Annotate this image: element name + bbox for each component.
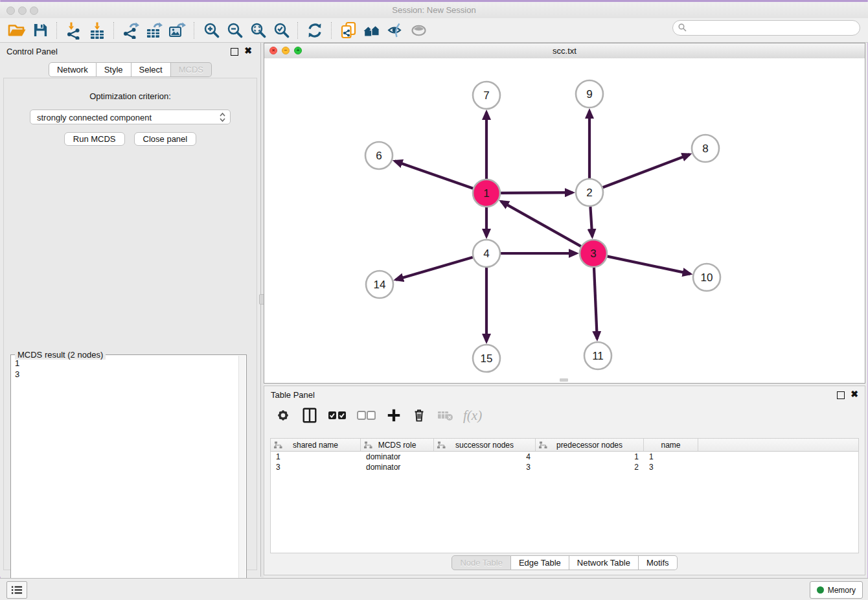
memory-button[interactable]: Memory xyxy=(810,581,863,599)
edge-3-10[interactable] xyxy=(608,257,691,274)
column-header-MCDS-role[interactable]: MCDS role xyxy=(361,439,434,451)
table-panel: Table Panel ✖ f(x) shared nameMCDS roles… xyxy=(264,386,865,575)
delete-row-icon[interactable] xyxy=(411,406,427,425)
svg-text:4: 4 xyxy=(483,248,489,260)
edge-4-14[interactable] xyxy=(396,257,473,280)
tab-network[interactable]: Network xyxy=(49,62,97,77)
control-panel-title: Control Panel xyxy=(6,47,58,56)
mcds-panel: Optimization criterion: strongly connect… xyxy=(3,78,257,570)
tab-style[interactable]: Style xyxy=(97,62,131,77)
zoom-out-icon[interactable] xyxy=(223,21,246,40)
cell[interactable]: 4 xyxy=(434,452,536,462)
svg-text:10: 10 xyxy=(701,271,713,284)
cell[interactable]: 2 xyxy=(536,462,644,472)
node-14[interactable]: 14 xyxy=(366,271,393,298)
cell[interactable]: 1 xyxy=(644,452,698,462)
float-table-panel-icon[interactable] xyxy=(837,391,845,399)
toolbar-separator xyxy=(194,22,195,39)
node-table[interactable]: shared nameMCDS rolesuccessor nodesprede… xyxy=(270,438,859,553)
cell[interactable]: dominator xyxy=(361,462,434,472)
select-all-icon[interactable] xyxy=(328,406,347,425)
cell[interactable]: 3 xyxy=(434,462,536,472)
tab-network-table[interactable]: Network Table xyxy=(569,555,639,570)
column-header-shared-name[interactable]: shared name xyxy=(271,439,361,451)
first-neighbors-icon[interactable] xyxy=(360,21,383,40)
optimization-criterion-label: Optimization criterion: xyxy=(4,91,257,101)
edge-3-11[interactable] xyxy=(594,268,597,339)
toolbar-separator xyxy=(331,22,332,39)
tab-mcds[interactable]: MCDS xyxy=(171,62,212,77)
control-panel-tabs: NetworkStyleSelectMCDS xyxy=(0,62,260,77)
save-session-icon[interactable] xyxy=(29,21,52,40)
edge-2-3[interactable] xyxy=(590,207,592,237)
table-options-icon[interactable] xyxy=(275,406,291,425)
node-7[interactable]: 7 xyxy=(473,82,500,109)
table-header: shared nameMCDS rolesuccessor nodesprede… xyxy=(271,439,858,452)
svg-text:3: 3 xyxy=(590,248,596,260)
table-row[interactable]: 1dominator411 xyxy=(271,452,858,462)
deselect-all-icon[interactable] xyxy=(357,406,376,425)
cell[interactable]: dominator xyxy=(361,452,434,462)
search-input[interactable] xyxy=(672,20,860,36)
close-table-panel-icon[interactable]: ✖ xyxy=(851,389,858,398)
node-9[interactable]: 9 xyxy=(576,80,603,108)
tab-node-table[interactable]: Node Table xyxy=(451,555,511,570)
zoom-selected-icon[interactable] xyxy=(269,21,293,40)
chevron-up-down-icon xyxy=(220,112,225,127)
cell[interactable]: 1 xyxy=(536,452,644,462)
float-panel-icon[interactable] xyxy=(231,48,238,56)
criterion-dropdown[interactable]: strongly connected component xyxy=(30,110,231,124)
edge-3-1[interactable] xyxy=(501,202,581,246)
table-row[interactable]: 3dominator323 xyxy=(271,462,858,472)
show-column-icon[interactable] xyxy=(301,406,318,425)
tab-motifs[interactable]: Motifs xyxy=(639,555,678,570)
node-8[interactable]: 8 xyxy=(692,135,719,162)
table-rows: 1dominator4113dominator323 xyxy=(271,452,858,472)
edge-1-2[interactable] xyxy=(501,192,573,193)
open-file-icon[interactable] xyxy=(5,21,29,40)
node-2[interactable]: 2 xyxy=(576,179,603,206)
network-window-grip[interactable] xyxy=(560,378,568,382)
apply-layout-icon[interactable] xyxy=(303,21,326,40)
network-view-window: × − + scc.txt 7968124314101511 xyxy=(264,43,865,384)
toolbar-separator xyxy=(113,22,115,39)
tab-select[interactable]: Select xyxy=(131,62,171,77)
export-table-icon[interactable] xyxy=(143,21,166,40)
column-header-successor-nodes[interactable]: successor nodes xyxy=(434,439,536,451)
node-1[interactable]: 1 xyxy=(473,179,500,207)
svg-text:2: 2 xyxy=(586,187,592,199)
export-network-icon[interactable] xyxy=(119,21,143,40)
import-table-icon[interactable] xyxy=(86,21,109,40)
tab-edge-table[interactable]: Edge Table xyxy=(511,555,569,570)
main-toolbar xyxy=(0,18,868,43)
search-icon xyxy=(678,23,687,32)
close-panel-button[interactable]: Close panel xyxy=(134,132,197,146)
add-row-icon[interactable] xyxy=(386,406,402,425)
node-3[interactable]: 3 xyxy=(580,240,607,267)
close-panel-icon[interactable]: ✖ xyxy=(244,46,252,55)
node-4[interactable]: 4 xyxy=(473,240,500,267)
column-header-predecessor-nodes[interactable]: predecessor nodes xyxy=(536,439,644,451)
node-15[interactable]: 15 xyxy=(473,345,500,372)
result-scrollbar[interactable] xyxy=(238,356,246,599)
import-network-icon[interactable] xyxy=(62,21,86,40)
node-11[interactable]: 11 xyxy=(584,342,611,369)
task-history-button[interactable] xyxy=(6,581,27,599)
clone-network-icon[interactable] xyxy=(337,21,360,40)
zoom-in-icon[interactable] xyxy=(200,21,223,40)
node-6[interactable]: 6 xyxy=(365,142,393,169)
export-image-icon[interactable] xyxy=(166,21,189,40)
memory-status-icon xyxy=(817,586,824,594)
run-mcds-button[interactable]: Run MCDS xyxy=(64,132,125,146)
node-10[interactable]: 10 xyxy=(693,264,720,291)
cell[interactable]: 3 xyxy=(271,462,361,472)
cell[interactable]: 3 xyxy=(644,462,698,472)
network-canvas[interactable]: 7968124314101511 xyxy=(264,58,865,383)
mcds-result-title: MCDS result (2 nodes) xyxy=(15,350,106,360)
edge-1-6[interactable] xyxy=(395,161,474,189)
cell[interactable]: 1 xyxy=(271,452,361,462)
hide-selected-icon[interactable] xyxy=(383,21,407,40)
zoom-fit-icon[interactable] xyxy=(246,21,269,40)
column-header-name[interactable]: name xyxy=(644,439,698,451)
edge-2-8[interactable] xyxy=(603,154,690,187)
